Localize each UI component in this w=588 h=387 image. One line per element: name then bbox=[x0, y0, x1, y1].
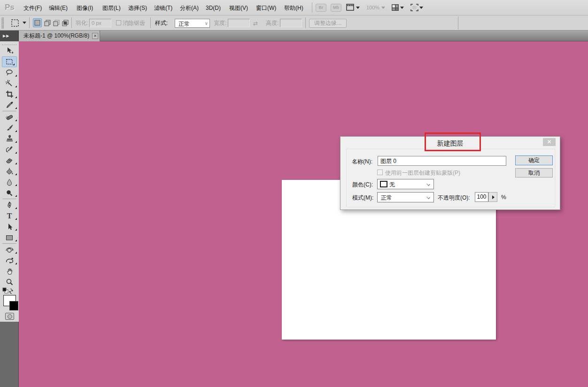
clone-stamp-tool[interactable] bbox=[0, 133, 19, 144]
new-selection-button[interactable] bbox=[33, 18, 42, 27]
divider bbox=[29, 17, 30, 28]
history-brush-tool[interactable] bbox=[0, 144, 19, 155]
divider bbox=[2, 243, 16, 244]
style-dropdown[interactable]: 正常 ∨ bbox=[175, 19, 210, 28]
eraser-tool[interactable] bbox=[0, 155, 19, 166]
type-tool[interactable]: T bbox=[0, 210, 19, 221]
document-tab-title: 未标题-1 @ 100%(RGB/8) bbox=[23, 32, 89, 40]
menu-file[interactable]: 文件(F) bbox=[23, 0, 42, 15]
menu-filter[interactable]: 滤镜(T) bbox=[154, 0, 172, 15]
path-selection-tool[interactable] bbox=[0, 221, 19, 232]
document-tab[interactable]: 未标题-1 @ 100%(RGB/8) ✕ bbox=[19, 31, 100, 41]
minibridge-button[interactable]: Mb bbox=[331, 4, 341, 12]
menu-bar: Ps 文件(F) 编辑(E) 图像(I) 图层(L) 选择(S) 滤镜(T) 分… bbox=[0, 0, 588, 15]
menu-edit[interactable]: 编辑(E) bbox=[49, 0, 68, 15]
tab-close-icon[interactable]: ✕ bbox=[92, 33, 98, 39]
chevron-down-icon[interactable] bbox=[23, 22, 26, 24]
cancel-button[interactable]: 取消 bbox=[515, 168, 553, 178]
default-colors-icon[interactable] bbox=[0, 287, 19, 295]
subtract-from-selection-button[interactable] bbox=[52, 18, 61, 27]
3d-orbit-tool[interactable] bbox=[0, 255, 19, 266]
crop-tool[interactable] bbox=[0, 89, 19, 100]
lasso-tool[interactable] bbox=[0, 67, 19, 78]
chevron-down-icon bbox=[427, 183, 431, 185]
chevron-down-icon[interactable] bbox=[419, 7, 423, 9]
arrange-documents-icon[interactable] bbox=[391, 4, 399, 13]
blur-tool[interactable] bbox=[0, 177, 19, 187]
style-label: 样式: bbox=[155, 15, 168, 31]
tab-bar: ▶▶ 未标题-1 @ 100%(RGB/8) ✕ bbox=[0, 31, 588, 41]
opacity-spinner-button[interactable] bbox=[488, 192, 497, 202]
chevron-down-icon[interactable] bbox=[400, 7, 404, 9]
divider bbox=[2, 111, 16, 111]
menu-layer[interactable]: 图层(L) bbox=[102, 0, 121, 15]
rectangle-tool[interactable] bbox=[0, 232, 19, 243]
divider bbox=[2, 199, 16, 199]
chevron-down-icon[interactable] bbox=[381, 7, 385, 9]
menu-image[interactable]: 图像(I) bbox=[77, 0, 93, 15]
opacity-input[interactable]: 100 bbox=[475, 192, 488, 202]
photoshop-window: Ps 文件(F) 编辑(E) 图像(I) 图层(L) 选择(S) 滤镜(T) 分… bbox=[0, 0, 588, 387]
height-input[interactable] bbox=[280, 19, 302, 27]
menu-3d[interactable]: 3D(D) bbox=[206, 0, 221, 15]
height-label: 高度: bbox=[266, 15, 279, 31]
background-color-swatch[interactable] bbox=[9, 301, 18, 310]
magic-wand-tool[interactable] bbox=[0, 78, 19, 89]
screen-mode-icon[interactable] bbox=[410, 4, 418, 13]
tool-preset-icon[interactable] bbox=[8, 18, 22, 28]
zoom-level[interactable]: 100% bbox=[366, 5, 379, 10]
divider bbox=[71, 17, 72, 28]
feather-input[interactable]: 0 px bbox=[89, 19, 111, 27]
brush-tool[interactable] bbox=[0, 123, 19, 133]
ps-logo: Ps bbox=[5, 3, 15, 12]
menu-window[interactable]: 窗口(W) bbox=[256, 0, 276, 15]
intersect-selection-button[interactable] bbox=[61, 18, 70, 27]
dialog-close-button[interactable]: ✕ bbox=[543, 138, 556, 146]
add-to-selection-button[interactable] bbox=[43, 18, 52, 27]
red-annotation-box bbox=[425, 132, 481, 151]
opacity-label: 不透明度(O): bbox=[438, 194, 470, 202]
refine-edge-button[interactable]: 调整边缘... bbox=[309, 19, 347, 28]
grip-handle bbox=[1, 17, 4, 29]
menu-help[interactable]: 帮助(H) bbox=[284, 0, 303, 15]
tools-dock: T bbox=[0, 41, 19, 387]
options-bar: 羽化: 0 px 消除锯齿 样式: 正常 ∨ 宽度: ⇄ 高度: 调整边缘... bbox=[0, 15, 588, 31]
menu-select[interactable]: 选择(S) bbox=[128, 0, 147, 15]
quick-mask-button[interactable] bbox=[0, 312, 19, 322]
spot-healing-brush-tool[interactable] bbox=[0, 112, 19, 123]
width-label: 宽度: bbox=[214, 15, 226, 31]
rectangular-marquee-tool[interactable] bbox=[2, 56, 17, 67]
tools-panel: T bbox=[0, 41, 19, 322]
burn-tool[interactable] bbox=[0, 187, 19, 198]
menu-analysis[interactable]: 分析(A) bbox=[180, 0, 199, 15]
clipping-mask-label: 使用前一图层创建剪贴蒙版(P) bbox=[385, 169, 460, 177]
bridge-button[interactable]: Br bbox=[316, 4, 326, 12]
ok-button[interactable]: 确定 bbox=[515, 155, 553, 165]
eyedropper-tool[interactable] bbox=[0, 100, 19, 110]
pen-tool[interactable] bbox=[0, 200, 19, 210]
clipping-mask-checkbox[interactable] bbox=[377, 170, 383, 175]
canvas-area[interactable] bbox=[19, 41, 588, 387]
3d-rotate-tool[interactable] bbox=[0, 244, 19, 255]
divider bbox=[150, 17, 151, 28]
color-swatches bbox=[0, 295, 19, 312]
zoom-tool[interactable] bbox=[0, 277, 19, 287]
dock-collapse-button[interactable]: ▶▶ bbox=[0, 31, 19, 41]
menu-view[interactable]: 视图(V) bbox=[229, 0, 248, 15]
move-tool[interactable] bbox=[0, 46, 19, 56]
chevron-down-icon[interactable] bbox=[356, 7, 360, 9]
color-dropdown[interactable]: 无 bbox=[377, 179, 434, 189]
antialias-checkbox[interactable] bbox=[116, 20, 121, 25]
width-input[interactable] bbox=[228, 19, 250, 27]
mode-dropdown[interactable]: 正常 bbox=[377, 192, 434, 202]
launch-bridge-icon[interactable] bbox=[346, 4, 355, 13]
swap-dimensions-icon[interactable]: ⇄ bbox=[253, 20, 258, 27]
hand-tool[interactable] bbox=[0, 266, 19, 277]
layer-name-input[interactable]: 图层 0 bbox=[378, 156, 506, 166]
paint-bucket-tool[interactable] bbox=[0, 166, 19, 177]
color-label: 颜色(C): bbox=[352, 181, 373, 189]
antialias-label: 消除锯齿 bbox=[123, 15, 145, 31]
divider bbox=[312, 2, 312, 13]
panel-grip[interactable] bbox=[2, 42, 17, 45]
divider bbox=[305, 17, 306, 28]
